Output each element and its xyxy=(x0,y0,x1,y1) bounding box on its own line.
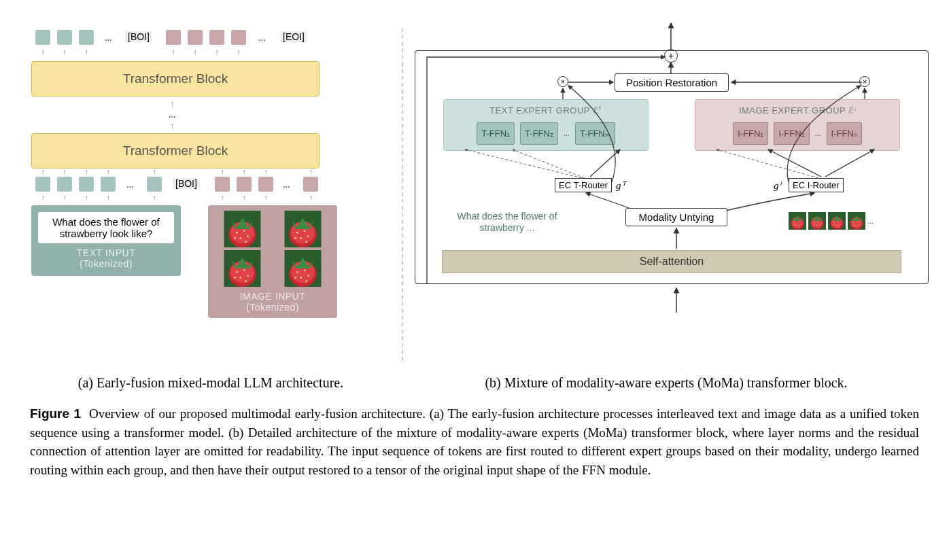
image-input-subtitle: (Tokenized) xyxy=(213,302,332,313)
input-token-image xyxy=(303,177,318,192)
input-token-text xyxy=(79,177,94,192)
figure-caption: Figure 1 Overview of our proposed multim… xyxy=(27,404,922,479)
input-token-text xyxy=(101,177,116,192)
image-tile xyxy=(274,250,332,287)
transformer-block-bottom: Transformer Block xyxy=(31,133,320,169)
input-token-text xyxy=(57,177,72,192)
boi-tag: [BOI] xyxy=(125,31,152,42)
output-token-image xyxy=(209,30,224,45)
thumb-icon xyxy=(848,212,865,230)
image-input-card: IMAGE INPUT (Tokenized) xyxy=(208,205,337,318)
modality-untying: Modality Untying xyxy=(625,208,727,226)
input-token-text xyxy=(35,177,50,192)
ellipsis: ... xyxy=(867,216,874,226)
output-token-text xyxy=(79,30,94,45)
self-attention-block: Self-attention xyxy=(442,250,901,273)
input-token-image xyxy=(258,177,273,192)
output-token-text xyxy=(57,30,72,45)
text-input-title: TEXT INPUT xyxy=(38,247,174,258)
output-token-image xyxy=(188,30,203,45)
panel-divider xyxy=(402,28,403,361)
panel-moma-block: + Position Restoration × × TEXT EXPERT G… xyxy=(411,19,922,366)
thumb-icon xyxy=(828,212,846,230)
output-token-image xyxy=(166,30,181,45)
image-tile xyxy=(213,250,271,287)
ellipsis: ... xyxy=(258,33,266,43)
text-prompt: What does the flower of strawberry look … xyxy=(38,212,174,243)
output-token-image xyxy=(231,30,246,45)
sample-text-tokens: What does the flower of strawberry ... xyxy=(446,211,568,234)
output-token-text xyxy=(35,30,50,45)
text-input-subtitle: (Tokenized) xyxy=(38,258,174,269)
figure-text: Overview of our proposed multimodal earl… xyxy=(30,406,919,477)
text-input-card: What does the flower of strawberry look … xyxy=(31,205,181,276)
panel-early-fusion: ... [BOI] ... [EOI] ↑ ↑ ↑ ↑ ↑ ↑ ↑ Transf… xyxy=(27,19,394,366)
input-token-image xyxy=(215,177,230,192)
thumb-icon xyxy=(789,212,806,230)
transformer-block-top: Transformer Block xyxy=(31,61,320,97)
caption-b: (b) Mixture of modality-aware experts (M… xyxy=(394,371,922,391)
ellipsis: ... xyxy=(126,179,134,190)
ellipsis: ... xyxy=(105,33,112,43)
thumb-icon xyxy=(808,212,826,230)
ellipsis: ... xyxy=(283,179,290,190)
figure-label: Figure 1 xyxy=(30,406,81,421)
input-token-text xyxy=(147,177,162,192)
image-tile xyxy=(213,211,271,247)
image-tile xyxy=(274,211,332,247)
input-token-image xyxy=(237,177,252,192)
eoi-tag: [EOI] xyxy=(280,31,307,42)
caption-a: (a) Early-fusion mixed-modal LLM archite… xyxy=(27,371,394,391)
sample-image-thumbnails: ... xyxy=(789,212,874,230)
boi-tag: [BOI] xyxy=(173,178,200,189)
image-input-title: IMAGE INPUT xyxy=(213,291,332,302)
ellipsis: ... xyxy=(169,109,176,120)
